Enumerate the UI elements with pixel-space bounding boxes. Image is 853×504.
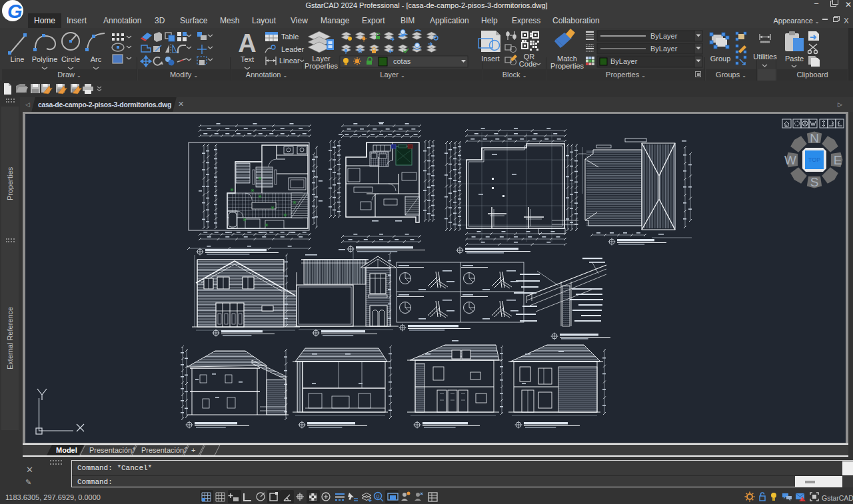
svg-text:cotas: cotas xyxy=(393,57,411,65)
svg-text:Group: Group xyxy=(710,55,731,63)
svg-text:Table: Table xyxy=(281,33,299,41)
svg-text:Q: Q xyxy=(376,494,380,499)
svg-text:E: E xyxy=(834,153,842,167)
svg-text:S: S xyxy=(810,175,819,189)
svg-text:Linear: Linear xyxy=(279,57,300,65)
svg-text:N: N xyxy=(810,131,819,145)
svg-text:Paste: Paste xyxy=(785,55,804,63)
svg-text:ByLayer: ByLayer xyxy=(650,45,678,53)
svg-text:Properties: Properties xyxy=(550,62,584,70)
svg-text:Insert: Insert xyxy=(481,55,500,63)
svg-text:Text: Text xyxy=(241,55,254,63)
svg-text:ByLayer: ByLayer xyxy=(610,57,638,65)
svg-text:Presentación2: Presentación2 xyxy=(141,446,188,454)
svg-text:+: + xyxy=(191,446,195,454)
svg-text:G: G xyxy=(7,1,23,22)
svg-text:Polyline: Polyline xyxy=(32,55,58,63)
svg-text:Model: Model xyxy=(56,446,77,454)
svg-text:Utilities: Utilities xyxy=(753,53,777,61)
svg-text:Leader: Leader xyxy=(281,45,305,53)
svg-text:Arc: Arc xyxy=(91,55,102,63)
svg-text:Properties: Properties xyxy=(305,62,339,70)
svg-text:Presentación1: Presentación1 xyxy=(89,446,136,454)
svg-text:Line: Line xyxy=(11,55,25,63)
svg-text:Circle: Circle xyxy=(61,55,80,63)
svg-text:ByLayer: ByLayer xyxy=(650,32,678,40)
svg-text:W: W xyxy=(784,153,796,167)
svg-text:Code: Code xyxy=(519,60,536,68)
svg-text:TOP: TOP xyxy=(808,156,820,163)
svg-text:A: A xyxy=(238,29,256,57)
